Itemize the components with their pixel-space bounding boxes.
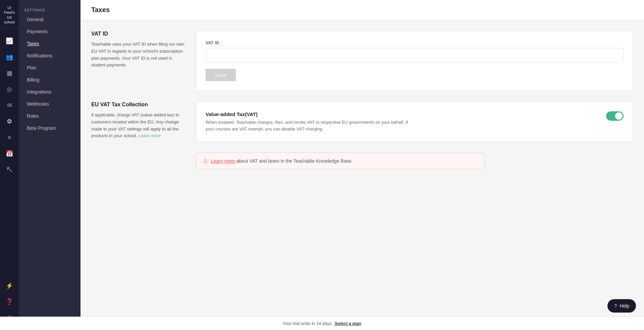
save-button[interactable]: Save [206,69,236,81]
trial-text: Your trial ends in 14 days. [283,321,333,326]
sidebar-item-notifications[interactable]: Notifications [21,50,78,62]
revenue-icon[interactable]: ◎ [3,82,16,96]
info-icon: ⚠ [203,158,208,164]
lightning-icon[interactable]: ⚡ [3,279,16,292]
calendar-icon[interactable]: 📅 [3,147,16,160]
analytics-icon[interactable]: 📈 [3,34,16,48]
settings-icon-rail[interactable]: ⚙ [3,115,16,128]
vat-id-card: VAT ID Save [196,31,633,91]
eu-vat-description: EU VAT Tax Collection If applicable, cha… [91,102,185,142]
main-content: Taxes VAT ID Teachable uses your VAT ID … [80,0,644,330]
mail-icon[interactable]: ✉ [3,99,16,112]
eu-vat-heading: EU VAT Tax Collection [91,102,185,108]
sidebar-item-billing[interactable]: Billing [21,74,78,86]
info-banner-link[interactable]: Learn more [211,158,236,164]
page-header: Taxes [80,0,644,20]
vat-id-field-label: VAT ID [206,41,624,45]
eu-vat-learn-more-link[interactable]: Learn more [139,133,161,138]
eu-vat-desc-text: If applicable, charge VAT (value-added t… [91,112,185,140]
vat-toggle-heading: Value-added Tax(VAT) [206,111,414,117]
tools-icon[interactable]: ⛏ [3,163,16,176]
sidebar-item-beta[interactable]: Beta Program [21,122,78,134]
vat-id-section: VAT ID Teachable uses your VAT ID when f… [91,31,633,91]
sidebar-item-webhooks[interactable]: Webhooks [21,98,78,110]
eu-vat-card: Value-added Tax(VAT) When enabled, Teach… [196,102,633,142]
sidebar: SETTINGS General Payments Taxes Notifica… [19,0,80,330]
bottom-bar: Your trial ends in 14 days. Select a pla… [80,317,644,330]
sidebar-item-payments[interactable]: Payments [21,25,78,38]
users-icon[interactable]: 👥 [3,50,16,64]
vat-toggle-row: Value-added Tax(VAT) When enabled, Teach… [206,111,624,132]
content-area: VAT ID Teachable uses your VAT ID when f… [80,20,644,330]
info-banner-after-text: about VAT and taxes in the Teachable Kno… [236,158,353,164]
sidebar-item-plan[interactable]: Plan [21,62,78,74]
eu-vat-section: EU VAT Tax Collection If applicable, cha… [91,102,633,142]
sidebar-item-roles[interactable]: Roles [21,110,78,122]
sidebar-item-taxes[interactable]: Taxes [21,38,78,50]
settings-section-label: SETTINGS [19,5,80,13]
info-banner: ⚠ Learn more about VAT and taxes in the … [196,153,484,169]
sidebar-item-integrations[interactable]: Integrations [21,86,78,98]
page-title: Taxes [91,6,633,14]
vat-toggle-description: When enabled, Teachable charges, files, … [206,119,414,132]
select-plan-link[interactable]: Select a plan [335,321,361,326]
help-circle-icon: ? [614,303,617,309]
help-circle-icon[interactable]: ❓ [3,295,16,309]
vat-id-desc-text: Teachable uses your VAT ID when filing o… [91,41,185,69]
vat-id-heading: VAT ID [91,31,185,37]
app-title: UI Feed's UX school [0,5,19,29]
icon-rail: UI Feed's UX school 📈 👥 ▦ ◎ ✉ ⚙ ≡ 📅 ⛏ ⚡ … [0,0,19,330]
info-banner-text: Learn more about VAT and taxes in the Te… [211,158,353,164]
vat-id-description: VAT ID Teachable uses your VAT ID when f… [91,31,185,91]
vat-id-input[interactable] [206,48,624,62]
dashboard-icon[interactable]: ▦ [3,66,16,80]
vat-toggle-content: Value-added Tax(VAT) When enabled, Teach… [206,111,414,132]
reports-icon[interactable]: ≡ [3,131,16,144]
vat-toggle-switch[interactable] [606,111,624,121]
help-label: Help [620,303,629,309]
sidebar-item-general[interactable]: General [21,13,78,25]
help-button[interactable]: ? Help [607,299,636,313]
